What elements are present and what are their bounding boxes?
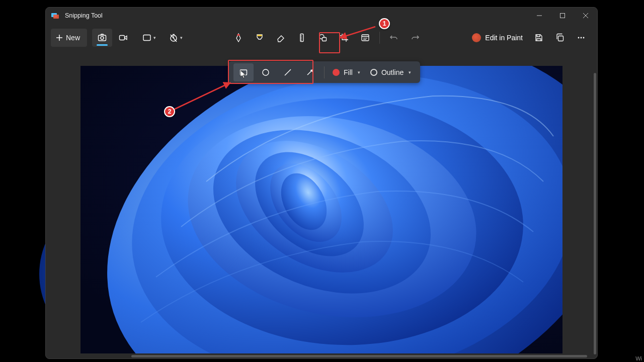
- svg-point-11: [101, 36, 104, 39]
- highlighter-tool[interactable]: [250, 29, 270, 47]
- paint-icon: [472, 33, 481, 42]
- annotation-badge-2: 2: [164, 106, 175, 117]
- maximize-button[interactable]: [551, 8, 574, 24]
- copy-button[interactable]: [550, 29, 570, 47]
- edit-in-paint-label: Edit in Paint: [485, 34, 523, 42]
- annotation-arrow-1: [341, 23, 376, 38]
- fill-color-swatch: [333, 69, 340, 76]
- svg-rect-5: [560, 14, 565, 18]
- delay-dropdown[interactable]: ▾: [165, 29, 187, 47]
- undo-button[interactable]: [384, 29, 404, 47]
- snipping-tool-window: Snipping Tool New ▾: [45, 7, 598, 359]
- svg-rect-10: [99, 35, 106, 41]
- chevron-down-icon: ▾: [358, 70, 360, 75]
- svg-rect-31: [558, 36, 564, 41]
- fill-dropdown[interactable]: Fill ▾: [329, 63, 364, 81]
- close-button[interactable]: [574, 8, 597, 24]
- svg-rect-13: [143, 35, 150, 40]
- minimize-button[interactable]: [528, 8, 551, 24]
- redo-icon: [411, 33, 420, 42]
- outline-label: Outline: [381, 68, 404, 76]
- more-button[interactable]: [571, 29, 591, 47]
- app-icon: [51, 12, 59, 20]
- snip-shape-dropdown[interactable]: ▾: [138, 29, 160, 47]
- plus-icon: [56, 34, 63, 41]
- video-icon: [119, 33, 128, 42]
- save-icon: [534, 33, 543, 42]
- annotation-badge-1: 1: [379, 18, 390, 29]
- watermark-text: Wi: [635, 355, 642, 362]
- edit-in-paint-button[interactable]: Edit in Paint: [467, 29, 528, 47]
- redo-button[interactable]: [405, 29, 425, 47]
- svg-rect-19: [258, 35, 262, 36]
- snip-mode-button[interactable]: [92, 29, 112, 47]
- ballpoint-pen-tool[interactable]: [228, 29, 249, 47]
- svg-point-33: [581, 37, 582, 38]
- undo-icon: [389, 33, 398, 42]
- chevron-down-icon: ▾: [409, 70, 411, 75]
- separator: [324, 66, 325, 78]
- separator: [379, 32, 380, 44]
- highlighter-icon: [255, 33, 264, 42]
- new-label: New: [66, 34, 80, 42]
- screenshot-image: [80, 66, 562, 353]
- outline-swatch: [370, 69, 377, 76]
- annotation-arrow-2: [171, 82, 231, 112]
- eraser-icon: [276, 33, 285, 42]
- svg-line-49: [345, 27, 375, 36]
- copy-icon: [555, 33, 565, 42]
- svg-line-50: [174, 85, 225, 110]
- fill-label: Fill: [344, 68, 353, 76]
- camera-icon: [98, 33, 107, 42]
- svg-rect-3: [53, 15, 59, 19]
- eraser-tool[interactable]: [271, 29, 291, 47]
- new-button[interactable]: New: [51, 29, 87, 47]
- cursor-icon: [240, 70, 247, 79]
- ruler-icon: [297, 33, 306, 42]
- svg-rect-18: [237, 34, 240, 36]
- rectangle-mode-icon: [142, 33, 151, 42]
- outline-dropdown[interactable]: Outline ▾: [366, 63, 415, 81]
- annotation-highlight-1: [319, 32, 340, 53]
- record-mode-button[interactable]: [113, 29, 133, 47]
- ruler-tool[interactable]: [292, 29, 312, 47]
- screenshot-canvas[interactable]: [80, 66, 562, 353]
- no-delay-icon: [169, 33, 178, 42]
- horizontal-scrollbar[interactable]: [131, 355, 587, 357]
- svg-point-34: [583, 37, 585, 38]
- pen-icon: [234, 33, 243, 42]
- svg-point-32: [578, 37, 580, 38]
- save-button[interactable]: [529, 29, 549, 47]
- app-title: Snipping Tool: [65, 12, 103, 19]
- titlebar: Snipping Tool: [46, 8, 597, 24]
- svg-rect-12: [120, 35, 125, 40]
- chevron-down-icon: ▾: [153, 35, 156, 40]
- canvas-area: [46, 51, 597, 358]
- vertical-scrollbar[interactable]: [594, 73, 596, 354]
- more-icon: [577, 33, 586, 42]
- chevron-down-icon: ▾: [180, 35, 183, 40]
